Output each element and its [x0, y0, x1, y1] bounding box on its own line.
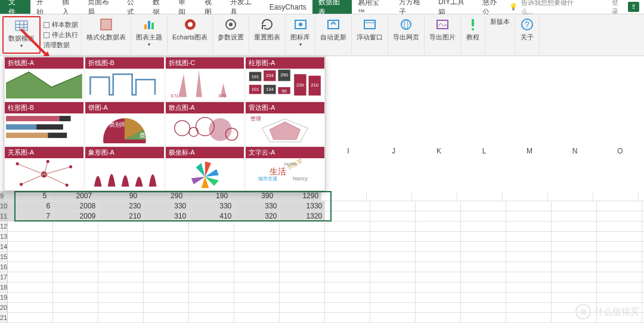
svg-text:0.73: 0.73 [218, 94, 226, 98]
tell-me-input[interactable]: 告诉我您想要做什么... [521, 0, 583, 16]
reset-charts-button[interactable]: 重置图表 [252, 16, 282, 43]
svg-point-57 [189, 127, 198, 136]
float-window-button[interactable]: 浮动窗口 [355, 16, 385, 43]
table-row[interactable]: 19 [0, 293, 644, 303]
library-icon [293, 17, 308, 32]
svg-text:191: 191 [252, 74, 259, 79]
share-icon[interactable]: ⇪ [628, 2, 639, 12]
menu-tab-1[interactable]: 插入 [56, 0, 82, 14]
menu-tab-4[interactable]: 数据 [147, 0, 172, 14]
login-link[interactable]: 登录 [612, 0, 624, 16]
menu-tab-12[interactable]: DIY工具箱 [432, 0, 476, 14]
ribbon-group-data: 样本数据 停止执行 清理数据 [41, 16, 82, 54]
svg-rect-8 [148, 21, 150, 29]
svg-point-15 [299, 23, 302, 26]
chart-bar-icon [142, 17, 156, 32]
stop-exec-check[interactable]: 停止执行 [44, 30, 78, 40]
menu-bar: 文件 开始 插入 页面布局 公式 数据 审阅 视图 开发工具 EasyChart… [0, 0, 644, 14]
svg-point-19 [401, 20, 411, 29]
table-icon [14, 19, 29, 33]
table-row[interactable]: 14 [0, 242, 644, 252]
menu-tab-5[interactable]: 审阅 [172, 0, 198, 14]
svg-text:290: 290 [280, 72, 288, 78]
echarts-button[interactable]: Echarts图表 [171, 16, 209, 43]
icon-lib-button[interactable]: 图标库▾ [289, 16, 312, 48]
chart-gallery-dropdown: 折线图-A 折线图-B 折线图-C0.710.73 柱形图-A191234290… [4, 56, 326, 191]
menu-tab-2[interactable]: 页面布局 [82, 0, 121, 14]
gallery-line-a[interactable]: 折线图-A [4, 57, 84, 101]
image-icon [435, 17, 450, 32]
format-table-icon [99, 17, 113, 32]
sample-data-check[interactable]: 样本数据 [44, 20, 78, 30]
svg-point-72 [66, 183, 69, 186]
gallery-bar-a[interactable]: 柱形图-A19123429010113490230210 [245, 57, 325, 101]
svg-line-69 [21, 174, 44, 184]
svg-rect-48 [59, 116, 70, 121]
svg-text:134: 134 [266, 87, 274, 92]
svg-line-71 [44, 174, 67, 185]
exclaim-icon [466, 17, 480, 32]
table-row[interactable]: 12 [0, 222, 644, 232]
svg-point-68 [69, 165, 72, 168]
table-row[interactable]: 20 [0, 303, 644, 313]
param-settings-button[interactable]: 参数设置 [216, 16, 246, 43]
gallery-wordcloud-a[interactable]: 文字云-A生活供热管城市交通NancyJayfee [245, 146, 325, 190]
export-web-button[interactable]: 导出网页 [391, 16, 421, 43]
globe-icon [399, 17, 413, 32]
svg-point-11 [188, 22, 193, 27]
svg-rect-9 [151, 23, 154, 29]
svg-text:城市交通: 城市交通 [258, 176, 277, 182]
gallery-line-b[interactable]: 折线图-B [85, 57, 165, 101]
gallery-bar-b[interactable]: 柱形图-B [4, 101, 84, 146]
data-templates-label: 数据模板 [8, 34, 35, 43]
table-row[interactable]: 11720092103104103201320 [0, 211, 644, 222]
table-row[interactable]: 10620082303303303301330 [0, 201, 644, 211]
table-row[interactable]: 13 [0, 232, 644, 242]
tutorial-button[interactable]: 教程 [464, 16, 482, 43]
update-icon [326, 17, 340, 32]
svg-text:101: 101 [252, 87, 259, 92]
table-row[interactable]: 15 [0, 252, 644, 262]
auto-update-button[interactable]: 自动更新 [318, 16, 348, 43]
svg-text:管理: 管理 [251, 116, 262, 122]
about-button[interactable]: ?关于 [518, 16, 536, 43]
gallery-line-c[interactable]: 折线图-C0.710.73 [165, 57, 245, 101]
svg-text:234: 234 [266, 73, 274, 78]
table-row[interactable]: 18 [0, 282, 644, 293]
clean-data-button[interactable]: 清理数据 [44, 40, 78, 50]
menu-tab-3[interactable]: 公式 [121, 0, 147, 14]
menu-tab-13[interactable]: 慧办公 [476, 0, 509, 14]
menu-tab-7[interactable]: 开发工具 [224, 0, 264, 14]
gallery-polar-a[interactable]: 极坐标-A [165, 146, 245, 190]
table-row[interactable]: 16 [0, 262, 644, 272]
gallery-pictorial-a[interactable]: 象形图-A [85, 146, 165, 190]
data-templates-button[interactable]: 数据模板 ▾ [7, 17, 36, 50]
svg-rect-52 [48, 133, 67, 138]
new-version-button[interactable]: 新版本 [488, 16, 512, 27]
menu-tab-8[interactable]: EasyCharts [264, 0, 312, 14]
svg-line-67 [44, 167, 71, 174]
menu-tab-9[interactable]: 数据图表 [312, 0, 352, 14]
menu-file[interactable]: 文件 [0, 0, 30, 14]
gallery-scatter-a[interactable]: 散点图-A [165, 101, 245, 146]
menu-tab-10[interactable]: 易用宝 ™ [352, 0, 393, 14]
svg-text:生活: 生活 [270, 167, 287, 176]
svg-line-65 [17, 164, 44, 174]
gallery-pie-a[interactable]: 饼图-A类别8类别1 [85, 101, 165, 146]
gallery-relation-a[interactable]: 关系图-A [4, 146, 84, 190]
svg-point-70 [20, 183, 23, 186]
table-row[interactable]: 17 [0, 272, 644, 282]
menu-tab-0[interactable]: 开始 [30, 0, 56, 14]
menu-tab-11[interactable]: 方方格子 [393, 0, 432, 14]
table-row[interactable]: 21 [0, 313, 644, 323]
watermark-icon: 值 [575, 304, 591, 319]
format-table-button[interactable]: 格式化数据表 [85, 16, 128, 43]
grid-rows[interactable]: 9520079029019039012901062008230330330330… [0, 191, 644, 323]
svg-rect-49 [6, 124, 36, 130]
menu-tab-6[interactable]: 视图 [199, 0, 224, 14]
chart-theme-button[interactable]: 图表主题▾ [134, 16, 164, 48]
svg-text:类别8: 类别8 [109, 121, 125, 128]
gallery-radar-a[interactable]: 雷达图-A管理 [245, 101, 325, 146]
table-row[interactable]: 952007902901903901290 [0, 191, 644, 201]
export-img-button[interactable]: 导出图片 [428, 16, 457, 43]
